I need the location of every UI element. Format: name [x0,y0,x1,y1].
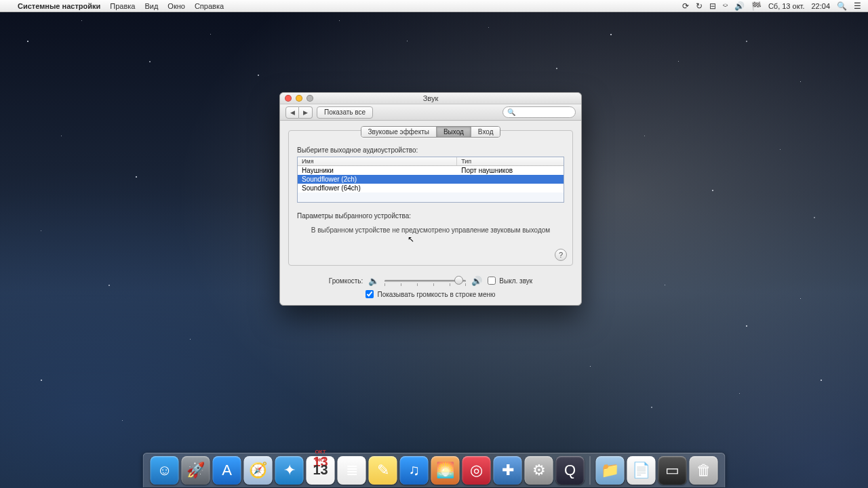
minimize-button[interactable] [296,95,302,102]
back-button[interactable]: ◀ [285,106,299,119]
dock-separator [590,456,591,485]
close-button[interactable] [285,95,292,102]
dock-notes[interactable]: ✎ [369,456,397,485]
column-type[interactable]: Тип [457,157,564,165]
tab-bar: Звуковые эффектыВыходВход [297,126,564,138]
search-input[interactable] [518,108,571,116]
volume-icon[interactable]: 🔊 [734,1,745,11]
help-button[interactable]: ? [555,249,567,261]
tab-Вход[interactable]: Вход [471,127,500,137]
show-in-menubar-label: Показывать громкость в строке меню [377,291,495,298]
device-row[interactable]: Soundflower (64ch) [298,184,564,192]
tab-Выход[interactable]: Выход [437,127,471,137]
menu-view[interactable]: Вид [144,2,158,10]
mute-label: Выкл. звук [499,277,532,285]
search-icon: 🔍 [507,108,515,116]
dock-safari[interactable]: 🧭 [244,456,273,485]
app-menu[interactable]: Системные настройки [18,2,100,10]
search-field[interactable]: 🔍 [502,106,576,118]
dock-document[interactable]: 📄 [627,456,656,485]
volume-slider[interactable] [384,275,466,286]
dock-itunes[interactable]: ♫ [400,456,429,485]
show-in-menubar-checkbox[interactable]: Показывать громкость в строке меню [366,290,495,298]
speaker-high-icon: 🔊 [471,276,482,286]
output-device-table: Имя Тип НаушникиПорт наушниковSoundflowe… [297,157,564,203]
titlebar[interactable]: Звук [280,93,581,104]
timemachine-icon[interactable]: ↻ [696,1,703,11]
table-row-empty [298,192,564,202]
forward-button[interactable]: ▶ [299,106,313,119]
dock-finder[interactable]: ☺ [151,456,179,485]
params-heading: Параметры выбранного устройства: [297,212,564,220]
device-row[interactable]: НаушникиПорт наушников [298,166,564,175]
menu-bar: Системные настройки Правка Вид Окно Спра… [0,0,868,12]
dock-calendar[interactable]: ОКТ13 [307,456,335,485]
no-controls-message: В выбранном устройстве не предусмотрено … [297,226,564,234]
dock-twitter[interactable]: ✦ [275,456,304,485]
show-all-button[interactable]: Показать все [317,106,373,119]
notification-center-icon[interactable]: ☰ [854,1,861,11]
dock-iphoto[interactable]: 🌅 [431,456,460,485]
dock: ☺🚀A🧭✦ОКТ13≣✎♫🌅◎✚⚙Q📁📄▭🗑 [143,453,726,487]
mute-checkbox-input[interactable] [488,277,496,285]
dock-quicktime[interactable]: Q [556,456,585,485]
language-icon[interactable]: 🏁 [751,1,762,11]
output-heading: Выберите выходное аудиоустройство: [297,146,564,154]
dock-device[interactable]: ▭ [658,456,687,485]
sync-status-icon[interactable]: ⟳ [682,1,689,11]
displays-icon[interactable]: ⊟ [709,1,716,11]
speaker-low-icon: 🔈 [368,276,379,286]
tab-Звуковые эффекты[interactable]: Звуковые эффекты [361,127,437,137]
dock-folder[interactable]: 📁 [596,456,625,485]
zoom-button[interactable] [307,95,313,102]
dock-appstore[interactable]: A [213,456,241,485]
toolbar: ◀ ▶ Показать все 🔍 [280,104,581,121]
sound-preferences-window: Звук ◀ ▶ Показать все 🔍 Звуковые эффекты… [279,92,582,306]
dock-systemprefs[interactable]: ⚙ [525,456,553,485]
window-title: Звук [423,94,439,102]
dock-utilities[interactable]: ✚ [494,456,522,485]
spotlight-icon[interactable]: 🔍 [837,1,847,11]
volume-label: Громкость: [329,277,363,285]
menu-window[interactable]: Окно [167,2,185,10]
show-in-menubar-input[interactable] [366,290,374,298]
menubar-date[interactable]: Сб, 13 окт. [768,2,805,10]
dock-photobooth[interactable]: ◎ [462,456,491,485]
dock-launchpad[interactable]: 🚀 [182,456,210,485]
menu-help[interactable]: Справка [195,2,224,10]
menubar-time[interactable]: 22:04 [811,2,830,10]
wifi-icon[interactable]: ⌔ [723,1,728,11]
device-row[interactable]: Soundflower (2ch) [298,175,564,184]
dock-reminders[interactable]: ≣ [338,456,366,485]
dock-trash[interactable]: 🗑 [690,456,718,485]
menu-edit[interactable]: Правка [110,2,135,10]
mute-checkbox[interactable]: Выкл. звук [488,277,532,285]
column-name[interactable]: Имя [298,157,457,165]
